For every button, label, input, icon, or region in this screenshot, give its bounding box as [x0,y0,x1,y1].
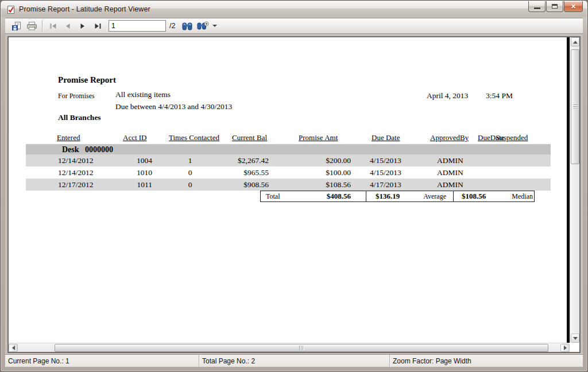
minimize-button[interactable] [528,1,546,12]
scroll-down-button[interactable] [571,334,579,343]
cell-times-contacted: 0 [179,166,202,179]
summary-median-cell: $108.56 Median [453,191,534,202]
arrow-down-icon [573,337,578,340]
last-page-button[interactable] [90,19,105,33]
thumb-grip-icon [299,346,304,350]
viewer-frame: Promise Report For Promises All existing… [7,36,581,353]
arrow-up-icon [573,41,578,44]
title-bar[interactable]: Promise Report - Latitude Report Viewer … [1,1,587,18]
cell-current-bal: $908.56 [207,179,269,191]
scroll-up-button[interactable] [571,37,579,46]
cell-due-date: 4/17/2013 [370,179,421,191]
thumb-grip-icon [573,104,578,110]
report-document-icon [6,5,16,14]
status-zoom-factor: Zoom Factor: Page Width [390,355,583,367]
print-icon [26,21,37,30]
criteria-line-2: Due between 4/4/2013 and 4/30/2013 [115,102,232,111]
page-total-label: /2 [169,22,175,30]
for-promises-label: For Promises [58,92,95,100]
advanced-find-button[interactable] [195,19,219,33]
summary-average-cell: $136.19 Average [366,191,453,202]
previous-page-icon [65,24,70,29]
find-button[interactable] [180,19,195,33]
maximize-button[interactable] [546,1,563,12]
cell-current-bal: $2,267.42 [207,154,269,166]
cell-approved-by: ADMIN [437,166,463,179]
table-row: 12/17/2012 1011 0 $908.56 $108.56 4/17/2… [26,179,551,191]
first-page-button[interactable] [45,19,60,33]
average-value: $136.19 [376,192,400,201]
vertical-scrollbar-thumb[interactable] [571,49,579,164]
cell-times-contacted: 1 [179,154,202,166]
report-page: Promise Report For Promises All existing… [9,37,567,343]
column-header-promise-amt: Promise Amt [299,133,338,142]
status-total-page: Total Page No.: 2 [199,355,390,367]
close-button[interactable]: ✕ [564,1,583,12]
cell-promise-amt: $200.00 [288,154,351,166]
cell-entered: 12/14/2012 [58,166,94,179]
column-header-approved-by: ApprovedBy [430,133,469,142]
cell-acct-id: 1011 [112,179,152,191]
first-page-icon [50,24,56,29]
maximize-icon [552,4,558,9]
cell-approved-by: ADMIN [437,179,463,191]
scroll-left-button[interactable] [9,344,18,352]
report-time: 3:54 PM [486,91,513,100]
report-title: Promise Report [58,75,116,85]
column-header-current-bal: Current Bal [232,133,267,142]
table-row: 12/14/2012 1004 1 $2,267.42 $200.00 4/15… [26,154,551,166]
minimize-icon [534,7,540,9]
next-page-button[interactable] [75,19,90,33]
horizontal-scrollbar[interactable] [9,343,570,352]
close-icon: ✕ [571,3,576,10]
summary-total-cell: Total $408.56 [261,191,366,202]
find-binoculars-icon [182,22,192,30]
median-value: $108.56 [462,192,486,201]
app-window: Promise Report - Latitude Report Viewer … [0,0,588,372]
next-page-icon [80,24,85,29]
arrow-left-icon [12,346,15,350]
arrow-right-icon [564,346,567,350]
toolbar-separator [42,20,42,32]
average-label: Average [423,192,446,201]
total-value: $408.56 [327,192,351,201]
desk-label: Desk [62,144,79,155]
column-header-due-date: Due Date [372,133,400,142]
desk-group-row: Desk 0000000 [26,144,551,155]
cell-entered: 12/17/2012 [58,179,94,191]
column-header-suspended: Suspended [496,133,528,142]
dropdown-caret-icon [212,25,217,27]
horizontal-scrollbar-thumb[interactable] [55,344,548,352]
status-bar: Current Page No.: 1 Total Page No.: 2 Zo… [5,354,583,367]
desk-value: 0000000 [85,144,113,155]
cell-due-date: 4/15/2013 [370,166,421,179]
cell-current-bal: $965.55 [207,166,269,179]
report-date: April 4, 2013 [427,91,468,100]
cell-promise-amt: $100.00 [288,166,351,179]
column-header-times-contacted: Times Contacted [169,133,219,142]
cell-entered: 12/14/2012 [58,154,94,166]
total-label: Total [266,192,280,201]
cell-acct-id: 1010 [112,166,152,179]
cell-due-date: 4/15/2013 [370,154,421,166]
last-page-icon [95,24,101,29]
cell-acct-id: 1004 [112,154,152,166]
window-controls: ✕ [528,1,583,12]
page-number-input[interactable] [109,20,166,32]
print-button[interactable] [24,19,39,33]
branches-label: All Branches [58,113,101,122]
scroll-right-button[interactable] [560,344,570,352]
column-header-acct-id: Acct ID [123,133,147,142]
previous-page-button[interactable] [60,19,75,33]
export-button[interactable] [9,19,24,33]
median-label: Median [512,192,533,201]
table-row: 12/14/2012 1010 0 $965.55 $100.00 4/15/2… [26,166,551,179]
column-header-entered: Entered [57,133,80,142]
vertical-scrollbar[interactable] [570,37,579,343]
cell-approved-by: ADMIN [437,154,463,166]
summary-row: Total $408.56 $136.19 Average $108.56 Me… [260,191,535,202]
window-title: Promise Report - Latitude Report Viewer [19,5,150,14]
status-current-page: Current Page No.: 1 [5,355,199,367]
toolbar: /2 [5,18,583,34]
criteria-line-1: All existing items [115,90,171,99]
